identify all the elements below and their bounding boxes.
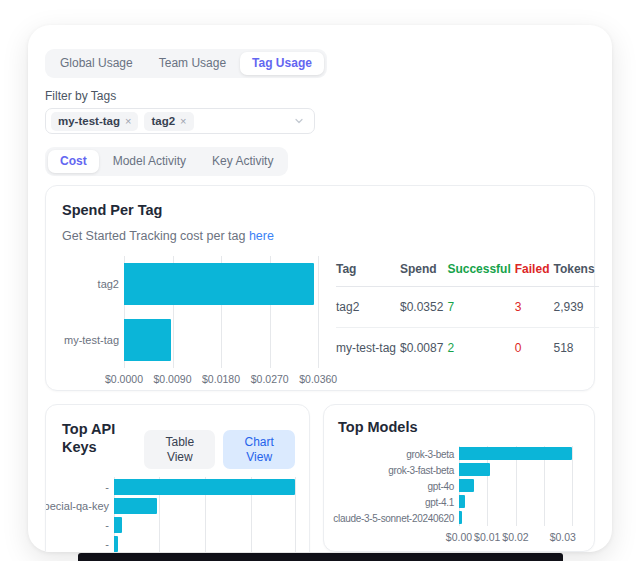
bottom-cards-row: Top API Keys Table View Chart View -peci… xyxy=(45,404,595,552)
bar-row xyxy=(459,446,572,462)
bar xyxy=(124,263,314,305)
bar xyxy=(459,447,572,460)
x-axis-tick: $0.0180 xyxy=(202,373,240,385)
bar xyxy=(114,498,157,514)
tag-chip-label: tag2 xyxy=(151,114,175,129)
table-row: my-test-tag $0.0087 2 0 518 xyxy=(336,327,599,368)
x-axis-tick: $0.01 xyxy=(474,531,500,543)
y-axis-label: - xyxy=(62,534,114,552)
bar-row xyxy=(459,462,572,478)
bar-row xyxy=(459,478,572,494)
y-axis-label: - xyxy=(62,477,114,496)
tab-cost[interactable]: Cost xyxy=(48,150,99,173)
chart-view-button[interactable]: Chart View xyxy=(223,430,295,469)
y-axis-label-text: gpt-4.1 xyxy=(425,496,454,507)
bar xyxy=(124,319,171,361)
subtitle-text: Get Started Tracking cost per tag xyxy=(62,229,245,243)
here-link[interactable]: here xyxy=(249,229,274,243)
top-models-title: Top Models xyxy=(338,419,580,436)
y-axis-label-text: - xyxy=(105,481,109,493)
x-axis-tick: $0.02 xyxy=(502,531,528,543)
y-axis-label-text: grok-3-beta xyxy=(406,448,454,459)
y-axis-label-text: claude-3-5-sonnet-20240620 xyxy=(333,512,454,523)
y-axis-label-text: my-test-tag xyxy=(64,334,119,346)
col-header-spend: Spend xyxy=(400,258,447,287)
x-axis-tick: $0.0090 xyxy=(154,373,192,385)
cell-failed: 3 xyxy=(515,286,554,327)
col-header-tokens: Tokens xyxy=(553,258,598,287)
section-tab-bar: Cost Model Activity Key Activity xyxy=(45,147,288,176)
y-axis-label: my-test-tag xyxy=(62,312,124,368)
x-axis-tick: $0.0000 xyxy=(105,373,143,385)
spend-table-header-row: Tag Spend Successful Failed Tokens xyxy=(336,258,599,287)
cell-tag: my-test-tag xyxy=(336,327,400,368)
col-header-successful: Successful xyxy=(447,258,514,287)
bar-row xyxy=(114,477,295,496)
cell-failed: 0 xyxy=(515,327,554,368)
tag-chip: my-test-tag × xyxy=(51,112,138,131)
bar xyxy=(114,536,118,552)
col-header-tag: Tag xyxy=(336,258,400,287)
y-axis-label: - xyxy=(62,515,114,534)
gridline xyxy=(295,477,296,552)
y-axis-label: claude-3-5-sonnet-20240620 xyxy=(338,510,459,526)
cell-spend: $0.0352 xyxy=(400,286,447,327)
x-axis: $0.00$0.01$0.02$0.03 xyxy=(459,526,572,543)
tab-team-usage[interactable]: Team Usage xyxy=(147,52,238,75)
y-axis-label: pecial-qa-key xyxy=(62,496,114,515)
y-axis-label: gpt-4.1 xyxy=(338,494,459,510)
x-axis: $0.0000$0.0090$0.0180$0.0270$0.0360 xyxy=(124,368,322,385)
remove-tag-icon[interactable]: × xyxy=(125,114,131,128)
top-api-keys-card: Top API Keys Table View Chart View -peci… xyxy=(45,404,310,552)
tab-tag-usage[interactable]: Tag Usage xyxy=(240,52,324,75)
top-models-chart: grok-3-betagrok-3-fast-betagpt-4ogpt-4.1… xyxy=(338,446,572,543)
plot-area xyxy=(459,446,572,526)
bar xyxy=(459,463,490,476)
x-axis-tick: $0.00 xyxy=(446,531,472,543)
cell-successful: 2 xyxy=(447,327,514,368)
x-axis-tick: $0.03 xyxy=(550,531,576,543)
cell-successful: 7 xyxy=(447,286,514,327)
bar xyxy=(459,511,462,524)
y-axis-label-text: tag2 xyxy=(98,278,119,290)
spend-card-title: Spend Per Tag xyxy=(62,202,578,219)
tag-chip-label: my-test-tag xyxy=(58,114,120,129)
chart-body: grok-3-betagrok-3-fast-betagpt-4ogpt-4.1… xyxy=(338,446,572,526)
cell-tokens: 2,939 xyxy=(553,286,598,327)
bar xyxy=(114,517,122,533)
bar-row xyxy=(114,534,295,552)
spend-table: Tag Spend Successful Failed Tokens tag2 … xyxy=(336,258,599,368)
bar-row xyxy=(114,515,295,534)
top-api-keys-title: Top API Keys xyxy=(62,421,144,456)
gridline xyxy=(572,446,573,526)
spend-per-tag-card: Spend Per Tag Get Started Tracking cost … xyxy=(45,185,595,391)
y-axis-label-text: pecial-qa-key xyxy=(45,500,109,512)
usage-dashboard-panel: Global Usage Team Usage Tag Usage Filter… xyxy=(28,25,612,552)
tab-key-activity[interactable]: Key Activity xyxy=(200,150,285,173)
y-axis-label: gpt-4o xyxy=(338,478,459,494)
top-api-keys-header: Top API Keys Table View Chart View xyxy=(62,421,295,469)
tab-global-usage[interactable]: Global Usage xyxy=(48,52,145,75)
plot-area xyxy=(124,256,322,368)
table-view-button[interactable]: Table View xyxy=(144,430,215,469)
bottom-dark-bar xyxy=(78,553,563,561)
bar xyxy=(114,479,295,495)
y-axis-label: grok-3-beta xyxy=(338,446,459,462)
chevron-down-icon[interactable] xyxy=(293,115,305,127)
remove-tag-icon[interactable]: × xyxy=(180,114,186,128)
tag-filter-select[interactable]: my-test-tag × tag2 × xyxy=(45,108,315,134)
y-axis-label-text: - xyxy=(105,519,109,531)
col-header-failed: Failed xyxy=(515,258,554,287)
chart-body: tag2my-test-tag xyxy=(62,256,322,368)
y-axis: tag2my-test-tag xyxy=(62,256,124,368)
cell-tag: tag2 xyxy=(336,286,400,327)
y-axis-label: tag2 xyxy=(62,256,124,312)
cell-spend: $0.0087 xyxy=(400,327,447,368)
selected-tag-chips: my-test-tag × tag2 × xyxy=(51,112,293,131)
y-axis-label-text: grok-3-fast-beta xyxy=(388,464,454,475)
plot-area xyxy=(114,477,295,552)
y-axis-label: grok-3-fast-beta xyxy=(338,462,459,478)
tab-model-activity[interactable]: Model Activity xyxy=(101,150,198,173)
x-axis-tick: $0.0360 xyxy=(299,373,337,385)
spend-per-tag-chart: tag2my-test-tag$0.0000$0.0090$0.0180$0.0… xyxy=(62,256,322,385)
